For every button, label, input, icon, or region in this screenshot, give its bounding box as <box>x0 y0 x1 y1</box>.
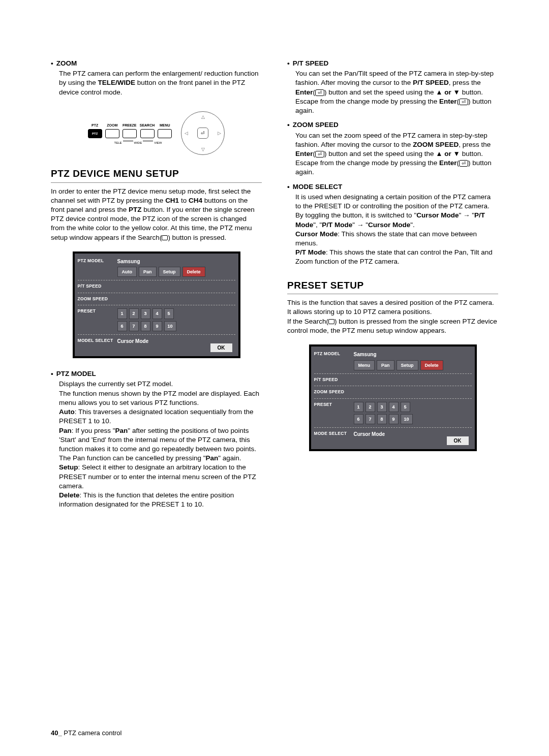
t1-zoom-speed-label: ZOOM SPEED <box>78 296 117 302</box>
t2-chip-pan[interactable]: Pan <box>377 360 394 370</box>
t1-ptz-model-value: Samsung <box>117 258 235 267</box>
dpad-icon: △ ▽ ◁ ▷ ⏎ <box>181 111 225 155</box>
t1-chip-delete[interactable]: Delete <box>182 267 205 277</box>
enter-icon: ⏎ <box>197 128 208 139</box>
enter-icon: ⏎ <box>315 151 324 158</box>
enter-icon: ⏎ <box>459 99 468 105</box>
hw-zoom-button: ZOOM <box>105 123 119 138</box>
pt-speed-heading: • P/T SPEED <box>287 59 498 68</box>
t2-preset-6[interactable]: 6 <box>354 414 363 424</box>
t2-zoom-speed-label: ZOOM SPEED <box>314 389 354 395</box>
left-column: • ZOOM The PTZ camera can perform the en… <box>51 56 262 509</box>
ptz-device-menu-setup-heading: PTZ DEVICE MENU SETUP <box>51 167 262 183</box>
preset-setup-p2: It allows storing up to 10 PTZ camera po… <box>287 307 498 317</box>
t2-preset-5[interactable]: 5 <box>401 402 410 412</box>
t1-chip-setup[interactable]: Setup <box>159 267 180 277</box>
enter-icon: ⏎ <box>459 160 468 167</box>
t2-preset-10[interactable]: 10 <box>401 414 413 424</box>
ptz-menu-table-2: PTZ MODEL Samsung Menu Pan Setup Delete … <box>309 344 477 451</box>
zoom-body: The PTZ camera can perform the enlargeme… <box>59 69 262 97</box>
t2-ptz-model-label: PTZ MODEL <box>314 351 354 357</box>
t1-preset-4[interactable]: 4 <box>152 308 162 319</box>
t1-preset-8[interactable]: 8 <box>141 321 150 331</box>
t2-pt-speed-label: P/T SPEED <box>314 377 354 383</box>
ptz-model-heading: • PTZ MODEL <box>51 369 262 379</box>
t1-chip-pan[interactable]: Pan <box>139 267 157 277</box>
hw-search-button: SEARCH <box>140 123 155 138</box>
t2-preset-2[interactable]: 2 <box>365 402 375 412</box>
t1-ptz-model-label: PTZ MODEL <box>78 258 117 264</box>
t2-chip-menu[interactable]: Menu <box>354 360 375 370</box>
arrow-up-icon: △ <box>201 114 205 120</box>
preset-setup-heading: PRESET SETUP <box>287 279 498 295</box>
t1-ok-button[interactable]: OK <box>210 343 232 352</box>
t2-ok-button[interactable]: OK <box>447 436 469 445</box>
t1-preset-6[interactable]: 6 <box>117 321 127 331</box>
t2-chip-delete[interactable]: Delete <box>420 360 443 370</box>
page-footer: 40_ PTZ camera control <box>51 729 121 738</box>
t2-ptz-model-value: Samsung <box>354 351 472 360</box>
arrow-left-icon: ◁ <box>185 130 188 136</box>
t1-preset-10[interactable]: 10 <box>164 321 176 331</box>
zoom-label: ZOOM <box>56 59 77 68</box>
t2-preset-9[interactable]: 9 <box>389 414 399 424</box>
t2-preset-1[interactable]: 1 <box>354 402 363 412</box>
t2-preset-8[interactable]: 8 <box>377 414 387 424</box>
zoom-speed-body: You can set the zoom speed of the PTZ ca… <box>295 131 498 177</box>
preset-setup-p1: This is the function that saves a desire… <box>287 298 498 307</box>
t1-preset-2[interactable]: 2 <box>129 308 139 319</box>
t1-preset-5[interactable]: 5 <box>164 308 174 319</box>
t1-preset-1[interactable]: 1 <box>117 308 127 319</box>
zoom-heading: • ZOOM <box>51 59 262 68</box>
zoom-speed-heading: • ZOOM SPEED <box>287 120 498 130</box>
t1-preset-9[interactable]: 9 <box>152 321 162 331</box>
t1-chip-auto[interactable]: Auto <box>117 267 137 277</box>
t2-mode-select-label: MODE SELECT <box>314 431 354 436</box>
mode-select-body: It is used when designating a certain po… <box>295 193 498 267</box>
t1-pt-speed-label: P/T SPEED <box>78 284 117 289</box>
hw-freeze-button: FREEZE <box>123 123 137 138</box>
ptz-model-body: Displays the currently set PTZ model. Th… <box>59 380 262 509</box>
t1-preset-label: PRESET <box>78 308 117 314</box>
t1-model-select-label: MODEL SELECT <box>78 338 117 343</box>
t1-preset-7[interactable]: 7 <box>129 321 139 331</box>
t2-preset-label: PRESET <box>314 402 354 407</box>
search-icon <box>162 235 168 240</box>
search-icon <box>328 319 334 324</box>
ptz-menu-table-1: PTZ MODEL Samsung Auto Pan Setup Delete … <box>73 251 240 358</box>
hw-menu-button: MENU <box>158 123 172 138</box>
t1-preset-3[interactable]: 3 <box>141 308 150 319</box>
t2-chip-setup[interactable]: Setup <box>396 360 418 370</box>
t2-preset-4[interactable]: 4 <box>389 402 399 412</box>
t2-preset-7[interactable]: 7 <box>365 414 375 424</box>
ptz-setup-intro: In order to enter the PTZ device menu se… <box>51 187 262 242</box>
arrow-down-icon: ▽ <box>201 146 205 152</box>
mode-select-heading: • MODE SELECT <box>287 182 498 192</box>
enter-icon: ⏎ <box>315 89 324 96</box>
t2-preset-3[interactable]: 3 <box>377 402 387 412</box>
right-column: • P/T SPEED You can set the Pan/Tilt spe… <box>287 56 498 509</box>
front-panel-diagram: PTZPTZ ZOOM FREEZE SEARCH MENU TELE WIDE… <box>51 111 262 155</box>
page-number: 40_ <box>51 729 62 737</box>
preset-setup-p3: If the Search() button is pressed from t… <box>287 317 498 335</box>
footer-section: PTZ camera control <box>62 729 122 737</box>
arrow-right-icon: ▷ <box>218 130 221 136</box>
hw-ptz-button: PTZPTZ <box>88 123 102 138</box>
pt-speed-body: You can set the Pan/Tilt speed of the PT… <box>295 69 498 115</box>
